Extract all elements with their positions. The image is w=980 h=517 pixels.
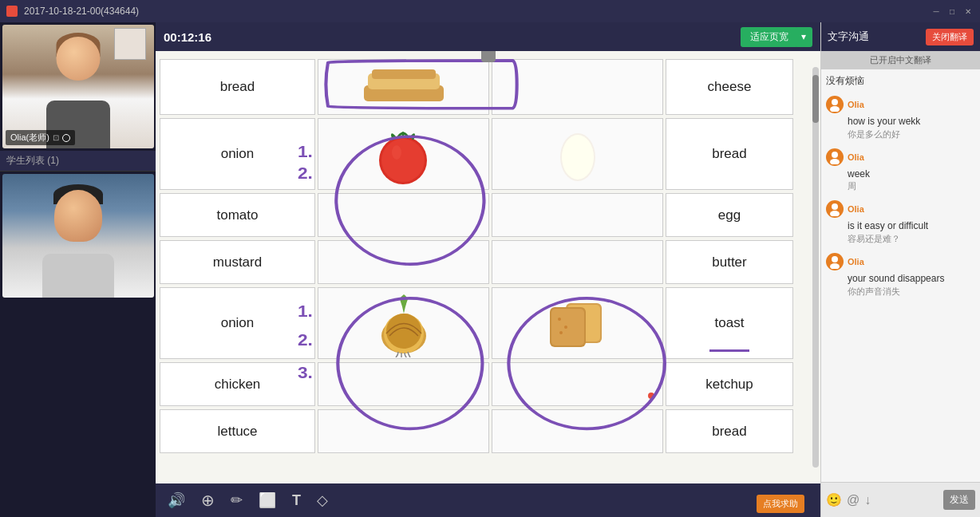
content-area: 00:12:16 适应页宽 ▾ bbox=[156, 22, 820, 517]
cell-butter-img bbox=[492, 240, 663, 284]
msg-3-sender: Olia bbox=[848, 152, 864, 162]
cell-chicken-cont bbox=[318, 362, 489, 406]
row-2: tomato egg bbox=[160, 193, 808, 237]
svg-point-25 bbox=[559, 331, 563, 334]
at-btn[interactable]: @ bbox=[847, 493, 859, 507]
app-icon bbox=[6, 6, 18, 17]
chat-title: 文字沟通 bbox=[828, 30, 869, 44]
translate-bar: 已开启中文翻译 bbox=[821, 51, 980, 69]
cell-mustard-img bbox=[318, 240, 489, 284]
student-body bbox=[42, 254, 114, 298]
cell-ketchup: ketchup bbox=[666, 362, 793, 406]
chat-message-5: Olia your sound disappears 你的声音消失 bbox=[826, 253, 975, 298]
cell-egg: egg bbox=[666, 193, 793, 237]
volume-btn[interactable]: 🔊 bbox=[168, 491, 185, 509]
chat-message-3: Olia week 周 bbox=[826, 148, 975, 193]
send-button[interactable]: 发送 bbox=[943, 490, 975, 510]
move-tool[interactable]: ⊕ bbox=[201, 491, 215, 510]
teacher-pic bbox=[114, 28, 146, 60]
svg-point-24 bbox=[564, 326, 567, 329]
teacher-name: Olia(老师) bbox=[10, 132, 49, 144]
cell-bread3: bread bbox=[666, 409, 793, 453]
row-4: onion bbox=[160, 287, 808, 359]
svg-point-26 bbox=[832, 99, 838, 105]
cell-onion2: onion bbox=[160, 287, 315, 359]
msg-4-translate: 容易还是难？ bbox=[848, 233, 975, 245]
bottom-toolbar: 🔊 ⊕ ✏ ⬜ T ◇ 点我求助 bbox=[156, 483, 820, 517]
svg-rect-22 bbox=[551, 309, 584, 345]
row-1: onion bbox=[160, 118, 808, 190]
svg-point-28 bbox=[832, 152, 838, 158]
emoji-btn[interactable]: 🙂 bbox=[826, 492, 842, 507]
eraser-tool[interactable]: ◇ bbox=[317, 491, 328, 509]
cell-egg-img bbox=[492, 118, 663, 190]
scrollbar[interactable] bbox=[812, 67, 819, 468]
msg-2-avatar bbox=[826, 96, 844, 113]
cell-onion1: onion bbox=[160, 118, 315, 190]
msg-2-text: how is your wekk bbox=[848, 115, 975, 128]
teacher-face bbox=[57, 37, 101, 81]
close-btn[interactable]: ✕ bbox=[962, 6, 974, 17]
cell-empty-top bbox=[492, 59, 663, 115]
cell-chicken: chicken bbox=[160, 362, 315, 406]
help-button[interactable]: 点我求助 bbox=[757, 495, 804, 513]
row-5: chicken ketchup bbox=[160, 362, 808, 406]
cell-tomato-img bbox=[318, 118, 489, 190]
title-bar: 2017-10-18-21-00(434644) ─ □ ✕ bbox=[0, 0, 980, 22]
mic-icon[interactable] bbox=[62, 134, 70, 142]
svg-rect-10 bbox=[372, 69, 436, 79]
student-face bbox=[54, 190, 102, 242]
fit-width-btn[interactable]: 适应页宽 bbox=[741, 27, 798, 47]
msg-3-text: week bbox=[848, 168, 975, 181]
cell-lettuce: lettuce bbox=[160, 409, 315, 453]
text-tool[interactable]: T bbox=[292, 492, 301, 509]
cell-toast-cont bbox=[492, 362, 663, 406]
row-3: mustard butter bbox=[160, 240, 808, 284]
svg-point-33 bbox=[830, 263, 840, 269]
msg-1-text: 没有烦恼 bbox=[826, 74, 975, 88]
chat-footer: 🙂 @ ↓ 发送 bbox=[821, 482, 980, 517]
cell-mustard: mustard bbox=[160, 240, 315, 284]
chat-message-1: 没有烦恼 bbox=[826, 74, 975, 88]
msg-2-translate: 你是多么的好 bbox=[848, 128, 975, 140]
msg-3-avatar bbox=[826, 148, 844, 166]
food-grid-container: 1. 2. 1. 2. 3. bread bbox=[160, 59, 808, 480]
student-video bbox=[2, 174, 154, 298]
rect-tool[interactable]: ⬜ bbox=[259, 491, 276, 509]
copy-icon[interactable]: ⊡ bbox=[53, 133, 59, 142]
download-btn[interactable]: ↓ bbox=[864, 493, 871, 507]
student-list-header: 学生列表 (1) bbox=[0, 151, 156, 172]
svg-point-15 bbox=[562, 135, 594, 180]
svg-point-30 bbox=[832, 203, 838, 210]
pen-tool[interactable]: ✏ bbox=[231, 491, 243, 509]
svg-point-13 bbox=[392, 145, 401, 160]
svg-point-27 bbox=[830, 106, 840, 112]
scrollbar-thumb[interactable] bbox=[812, 75, 819, 123]
fit-dropdown-btn[interactable]: ▾ bbox=[795, 27, 812, 47]
cell-lettuce-cont bbox=[318, 409, 489, 453]
chat-messages: 没有烦恼 Olia how is your wekk 你是多么的好 Oli bbox=[821, 69, 980, 482]
cell-tomato: tomato bbox=[160, 193, 315, 237]
chat-message-4: Olia is it easy or difficult 容易还是难？ bbox=[826, 200, 975, 245]
cell-butter: butter bbox=[666, 240, 793, 284]
svg-point-32 bbox=[832, 256, 838, 262]
content-header: 00:12:16 适应页宽 ▾ bbox=[156, 22, 820, 51]
chat-message-2: Olia how is your wekk 你是多么的好 bbox=[826, 96, 975, 140]
minimize-btn[interactable]: ─ bbox=[931, 6, 942, 17]
student-list-label: 学生列表 (1) bbox=[6, 155, 59, 166]
svg-point-12 bbox=[381, 139, 425, 182]
teacher-name-tag: Olia(老师) ⊡ bbox=[6, 130, 75, 145]
cell-bread3-cont bbox=[492, 409, 663, 453]
svg-point-23 bbox=[558, 318, 561, 321]
msg-4-avatar bbox=[826, 200, 844, 218]
scroll-handle[interactable] bbox=[481, 51, 496, 62]
msg-3-translate: 周 bbox=[848, 180, 975, 192]
cell-bread-top: bread bbox=[160, 59, 315, 115]
msg-4-text: is it easy or difficult bbox=[848, 219, 975, 233]
svg-point-31 bbox=[830, 211, 840, 216]
svg-point-18 bbox=[386, 314, 421, 349]
left-panel: Olia(老师) ⊡ 学生列表 (1) bbox=[0, 22, 156, 517]
maximize-btn[interactable]: □ bbox=[946, 6, 958, 17]
close-translate-btn[interactable]: 关闭翻译 bbox=[926, 29, 974, 45]
cell-onion-img bbox=[318, 287, 489, 359]
